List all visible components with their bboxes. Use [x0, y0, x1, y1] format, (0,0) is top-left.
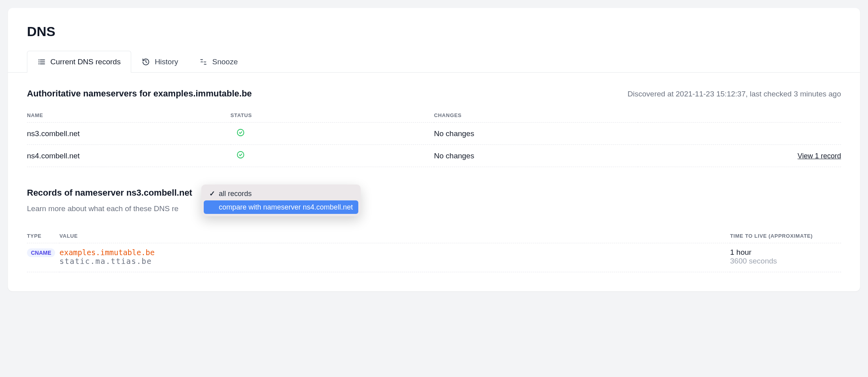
svg-point-4: [39, 62, 39, 62]
col-status: STATUS: [231, 108, 434, 123]
records-table: TYPE VALUE TIME TO LIVE (APPROXIMATE) CN…: [27, 229, 841, 272]
check-icon: ✓: [209, 189, 216, 198]
table-row: CNAME examples.immutable.be static.ma.tt…: [27, 243, 841, 272]
dns-card: DNS Current DNS records History: [8, 8, 860, 291]
col-actions: [638, 108, 841, 123]
col-ttl: TIME TO LIVE (APPROXIMATE): [730, 229, 841, 243]
col-name: NAME: [27, 108, 231, 123]
dropdown-option-label: all records: [219, 190, 252, 198]
table-row: ns4.combell.net No changes View 1 record: [27, 145, 841, 167]
compare-dropdown[interactable]: ✓ all records ✓ compare with nameserver …: [201, 185, 361, 216]
records-title: Records of nameserver ns3.combell.net: [27, 188, 192, 198]
nameservers-meta: Discovered at 2021-11-23 15:12:37, last …: [627, 90, 841, 98]
ns-changes: No changes: [434, 145, 638, 167]
ns-name: ns3.combell.net: [27, 123, 231, 145]
ns-status: [231, 145, 434, 167]
ns-action: View 1 record: [638, 145, 841, 167]
ttl-seconds: 3600 seconds: [730, 257, 841, 265]
nameservers-table: NAME STATUS CHANGES ns3.combell.net No c…: [27, 108, 841, 167]
tab-label: Snooze: [212, 58, 238, 66]
dropdown-option-compare-ns4[interactable]: ✓ compare with nameserver ns4.combell.ne…: [204, 200, 358, 214]
ns-status: [231, 123, 434, 145]
history-icon: [142, 58, 150, 66]
dropdown-option-label: compare with nameserver ns4.combell.net: [219, 203, 353, 212]
type-badge: CNAME: [27, 248, 55, 257]
col-type: TYPE: [27, 229, 59, 243]
ns-action: [638, 123, 841, 145]
records-subtitle: Learn more about what each of these DNS …: [27, 204, 841, 213]
svg-point-6: [237, 129, 244, 136]
ttl-human: 1 hour: [730, 248, 841, 257]
svg-point-3: [39, 60, 39, 60]
nameservers-head: Authoritative nameservers for examples.i…: [27, 88, 841, 99]
ns-changes: No changes: [434, 123, 638, 145]
col-value: VALUE: [59, 229, 730, 243]
table-row: ns3.combell.net No changes: [27, 123, 841, 145]
check-circle-icon: [236, 150, 245, 159]
svg-point-5: [39, 64, 39, 64]
view-record-link[interactable]: View 1 record: [797, 152, 841, 160]
check-circle-icon: [236, 128, 245, 137]
tab-current-dns-records[interactable]: Current DNS records: [27, 51, 131, 73]
tab-snooze[interactable]: Snooze: [189, 51, 249, 73]
dropdown-option-all-records[interactable]: ✓ all records: [204, 187, 358, 200]
record-target: static.ma.ttias.be: [59, 257, 730, 265]
list-icon: [38, 58, 46, 66]
tab-history[interactable]: History: [131, 51, 189, 73]
records-title-row: Records of nameserver ns3.combell.net ✓ …: [27, 188, 841, 198]
record-type: CNAME: [27, 243, 59, 272]
page-title: DNS: [27, 24, 841, 39]
tab-label: History: [155, 58, 178, 66]
tab-label: Current DNS records: [50, 58, 120, 66]
tabs: Current DNS records History Snooze: [8, 50, 860, 73]
nameservers-title: Authoritative nameservers for examples.i…: [27, 88, 252, 99]
ns-name: ns4.combell.net: [27, 145, 231, 167]
col-changes: CHANGES: [434, 108, 638, 123]
record-value: examples.immutable.be static.ma.ttias.be: [59, 243, 730, 272]
snooze-icon: [200, 58, 208, 66]
svg-point-7: [237, 152, 244, 158]
record-domain: examples.immutable.be: [59, 248, 730, 257]
record-ttl: 1 hour 3600 seconds: [730, 243, 841, 272]
